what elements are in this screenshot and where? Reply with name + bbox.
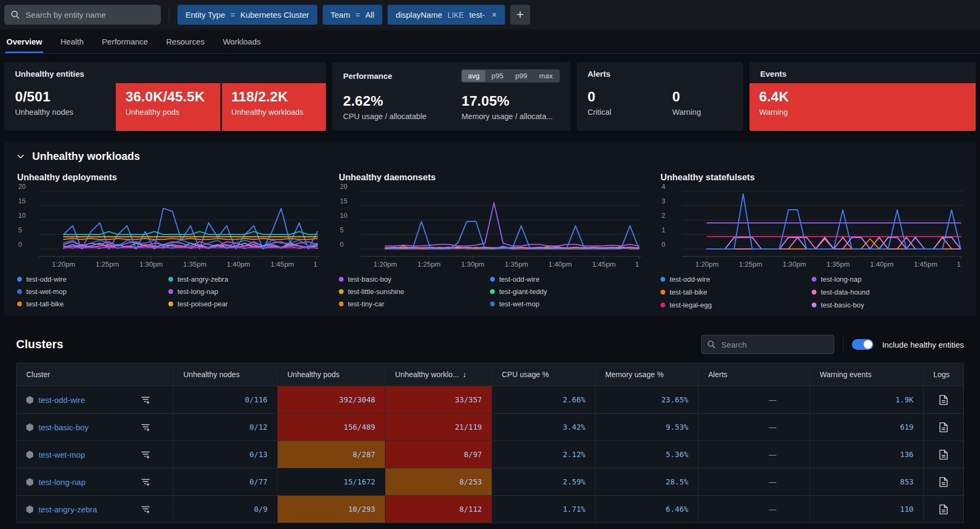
legend-item[interactable]: test-odd-wire — [17, 274, 168, 285]
stat-label: Critical — [588, 108, 649, 116]
add-to-filter-button[interactable] — [140, 477, 151, 487]
column-header-logs[interactable]: Logs — [923, 363, 963, 386]
column-header-cpu-usage[interactable]: CPU usage % — [492, 363, 595, 386]
legend-item[interactable]: test-wet-mop — [490, 298, 641, 310]
pill-operator: = — [231, 11, 235, 19]
unhealthy-workloads-cell: 8/97 — [385, 441, 492, 468]
tab-workloads[interactable]: Workloads — [222, 30, 262, 53]
svg-text:1:30pm: 1:30pm — [461, 260, 485, 268]
legend-item[interactable]: test-little-sunshine — [168, 311, 320, 311]
svg-text:1:30pm: 1:30pm — [783, 260, 806, 268]
column-header-cluster[interactable]: Cluster — [17, 363, 173, 386]
remove-filter-icon[interactable]: × — [492, 11, 496, 19]
cluster-link[interactable]: test-wet-mop — [39, 450, 85, 459]
entity-search[interactable] — [4, 5, 161, 25]
column-header-unhealthy-worklo[interactable]: Unhealthy worklo...↓ — [385, 363, 492, 386]
logs-cell — [923, 496, 963, 523]
column-header-memory-usage[interactable]: Memory usage % — [595, 363, 698, 386]
legend-item[interactable]: test-legal-egg — [660, 299, 812, 311]
column-header-warning-events[interactable]: Warning events — [810, 363, 923, 386]
legend-item[interactable]: test-long-nap — [812, 274, 963, 285]
tab-resources[interactable]: Resources — [165, 30, 206, 53]
divider — [169, 8, 169, 23]
clusters-section: Clusters Include healthy entities Cluste… — [0, 335, 980, 523]
legend-dot-icon — [168, 277, 173, 282]
logs-button[interactable] — [939, 395, 948, 405]
pill-key: displayName — [396, 10, 442, 19]
section-unhealthy-workloads: Unhealthy workloads Unhealthy deployment… — [4, 142, 976, 317]
section-header[interactable]: Unhealthy workloads — [17, 150, 963, 163]
performance-mode-avg[interactable]: avg — [462, 70, 486, 82]
chart-unhealthy-statefulsets: Unhealthy statefulsets 432101:20pm1:25pm… — [660, 172, 963, 311]
legend-item[interactable]: test-odd-wire — [660, 274, 812, 285]
kubernetes-icon — [26, 396, 33, 404]
column-header-unhealthy-nodes[interactable]: Unhealthy nodes — [173, 363, 277, 386]
legend-item[interactable]: test-giant-teddy — [490, 286, 641, 297]
unhealthy-pods-cell: 156/489 — [277, 414, 385, 440]
legend-item[interactable]: test-poised-pear — [168, 298, 320, 310]
card-events: Events 6.4K Warning — [749, 62, 976, 131]
column-label: Warning events — [820, 370, 872, 379]
legend-item[interactable]: test-odd-wire — [490, 274, 641, 285]
logs-file-icon — [939, 395, 948, 405]
charts-row: Unhealthy deployments 201510501:20pm1:25… — [17, 172, 963, 311]
filter-pill-displayname[interactable]: displayName LIKE test- × — [388, 5, 505, 25]
add-to-filter-button[interactable] — [140, 423, 151, 432]
legend-item[interactable]: test-data-hound — [812, 286, 963, 298]
column-label: Unhealthy worklo... — [395, 370, 459, 379]
cluster-link[interactable]: test-basic-boy — [39, 423, 88, 432]
tab-performance[interactable]: Performance — [101, 30, 149, 53]
filter-add-icon — [140, 423, 151, 432]
legend-item[interactable]: test-interlinked — [17, 311, 168, 311]
add-filter-button[interactable]: + — [510, 5, 530, 25]
legend-item[interactable]: test-tall-bike — [17, 298, 168, 310]
legend-item[interactable]: test-long-nap — [168, 286, 320, 297]
column-label: Unhealthy nodes — [183, 370, 240, 379]
clusters-search[interactable] — [701, 335, 834, 354]
legend-item[interactable]: test-mad-zoo — [490, 311, 641, 311]
logs-button[interactable] — [939, 450, 948, 460]
legend-dot-icon — [812, 277, 816, 282]
legend-item[interactable]: test-wet-mop — [17, 286, 168, 297]
legend-item[interactable]: test-milky-novel — [339, 311, 490, 311]
legend-label: test-basic-boy — [821, 301, 864, 309]
add-to-filter-button[interactable] — [140, 450, 151, 459]
legend-item[interactable]: test-angry-zebra — [168, 274, 320, 285]
add-to-filter-button[interactable] — [140, 395, 151, 405]
filter-add-icon — [140, 505, 151, 514]
stat-unhealthy-workloads: 118/2.2K Unhealthy workloads — [222, 83, 326, 131]
add-to-filter-button[interactable] — [140, 505, 151, 514]
include-healthy-toggle[interactable] — [852, 339, 873, 350]
logs-button[interactable] — [939, 422, 948, 432]
legend-item[interactable]: test-basic-boy — [812, 299, 963, 311]
logs-button[interactable] — [939, 477, 948, 487]
legend-item[interactable]: test-basic-boy — [339, 274, 490, 285]
alerts-cell: — — [698, 468, 810, 495]
cluster-link[interactable]: test-angry-zebra — [39, 505, 97, 514]
performance-mode-max[interactable]: max — [533, 70, 559, 82]
filter-pill-team[interactable]: Team = All — [323, 5, 383, 25]
logs-cell — [923, 386, 963, 413]
clusters-search-input[interactable] — [720, 340, 828, 350]
column-header-alerts[interactable]: Alerts — [698, 363, 810, 386]
filter-pill-entity-type[interactable]: Entity Type = Kubernetes Cluster — [177, 5, 317, 25]
legend-item[interactable]: test-tiny-car — [339, 298, 490, 310]
column-header-unhealthy-pods[interactable]: Unhealthy pods — [277, 363, 385, 386]
performance-mode-p99[interactable]: p99 — [509, 70, 533, 82]
table-row: test-angry-zebra0/910/2938/1121.71%6.46%… — [17, 495, 963, 523]
entity-search-input[interactable] — [25, 10, 154, 20]
unhealthy-workloads-cell: 33/357 — [385, 386, 492, 413]
performance-mode-p95[interactable]: p95 — [485, 70, 509, 82]
logs-button[interactable] — [939, 504, 948, 515]
legend-item[interactable]: test-little-sunshine — [339, 286, 490, 297]
tab-overview[interactable]: Overview — [5, 30, 43, 53]
divider — [843, 336, 843, 352]
legend-item[interactable]: test-tall-bike — [660, 286, 812, 298]
legend-dot-icon — [168, 289, 173, 294]
cluster-link[interactable]: test-long-nap — [39, 477, 86, 487]
tab-health[interactable]: Health — [60, 30, 85, 53]
cluster-link[interactable]: test-odd-wire — [39, 395, 85, 405]
filter-add-icon — [140, 395, 151, 405]
legend-dot-icon — [17, 277, 22, 282]
collapse-chevron-icon[interactable] — [17, 154, 24, 159]
